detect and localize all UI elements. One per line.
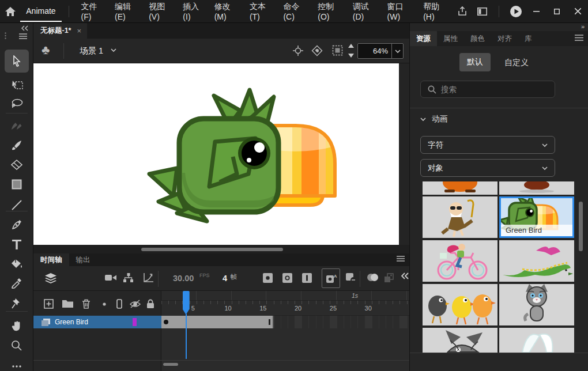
layer-frame-strip[interactable] xyxy=(161,316,409,328)
asset-thumb-bicycle-girl[interactable] xyxy=(423,240,497,282)
hand-tool[interactable] xyxy=(0,317,33,335)
tab-color[interactable]: 颜色 xyxy=(464,31,491,46)
current-frame-value[interactable]: 4 xyxy=(223,274,227,283)
fluid-brush-tool[interactable] xyxy=(0,116,33,135)
collapse-timeline-icon[interactable] xyxy=(401,272,409,279)
asset-thumb-partial-1[interactable] xyxy=(423,181,497,195)
menu-edit[interactable]: 编辑(E) xyxy=(110,0,144,23)
layer-row-green-bird[interactable]: Green Bird xyxy=(33,316,161,328)
asset-thumb-old-man[interactable] xyxy=(423,196,497,238)
menu-debug[interactable]: 调试(D) xyxy=(348,0,382,23)
insert-blank-keyframe-icon[interactable] xyxy=(282,273,292,283)
frame-span[interactable] xyxy=(161,316,274,328)
assets-scrollbar-thumb[interactable] xyxy=(579,202,583,251)
workspace-icon[interactable] xyxy=(472,0,492,23)
highlight-dot-icon[interactable] xyxy=(103,302,106,306)
paint-bucket-tool[interactable] xyxy=(0,255,33,273)
camera-icon[interactable] xyxy=(105,273,116,282)
asset-thumb-partial-2[interactable] xyxy=(499,181,574,195)
asset-thumb-green-bird[interactable]: Green Bird xyxy=(499,196,574,238)
tab-output[interactable]: 输出 xyxy=(69,253,97,266)
hide-layers-eye-icon[interactable] xyxy=(129,299,141,309)
test-movie-play-icon[interactable] xyxy=(506,0,526,23)
panel-menu-icon[interactable] xyxy=(575,35,583,41)
paint-brush-tool[interactable] xyxy=(0,136,33,154)
search-input[interactable] xyxy=(441,85,539,94)
insert-frame-icon[interactable] xyxy=(302,273,312,283)
eyedropper-tool[interactable] xyxy=(0,274,33,293)
tools-menu-icon[interactable] xyxy=(19,33,27,39)
menu-file[interactable]: 文件(F) xyxy=(76,0,110,23)
timeline-frame-ruler[interactable]: 5 10 15 20 25 30 xyxy=(161,301,409,316)
search-box[interactable] xyxy=(420,81,555,98)
menu-text[interactable]: 文本(T) xyxy=(244,0,278,23)
document-tab[interactable]: 无标题-1* × xyxy=(33,23,87,39)
edit-symbols-clover-icon[interactable]: ♣ xyxy=(42,43,50,58)
rectangle-tool[interactable] xyxy=(0,175,33,194)
zoom-dropdown-icon[interactable] xyxy=(391,44,403,58)
asset-warp-pin-tool[interactable] xyxy=(0,294,33,312)
menu-insert[interactable]: 插入(I) xyxy=(178,0,209,23)
menu-commands[interactable]: 命令(C) xyxy=(278,0,312,23)
outline-view-icon[interactable] xyxy=(116,299,122,309)
text-tool[interactable] xyxy=(0,235,33,253)
zoom-tool[interactable] xyxy=(0,336,33,355)
stage-horizontal-scrollbar[interactable] xyxy=(33,245,409,253)
paste-frames-icon[interactable] xyxy=(384,273,394,283)
close-document-icon[interactable]: × xyxy=(77,26,81,35)
close-button[interactable] xyxy=(567,0,588,23)
line-tool[interactable] xyxy=(0,196,33,214)
collapse-panel-icon[interactable]: » xyxy=(581,23,585,30)
insert-keyframe-icon[interactable] xyxy=(263,273,273,283)
tab-properties[interactable]: 属性 xyxy=(437,31,464,46)
stage-canvas[interactable] xyxy=(33,63,399,245)
maximize-button[interactable] xyxy=(546,0,567,23)
zoom-stepper[interactable] xyxy=(348,43,355,58)
home-icon[interactable] xyxy=(0,0,20,23)
asset-thumb-cat[interactable] xyxy=(499,284,574,325)
scrollbar-thumb[interactable] xyxy=(141,248,283,251)
graph-editor-icon[interactable] xyxy=(143,273,153,283)
timeline-frames-area[interactable]: 1s 5 10 15 20 25 30 xyxy=(161,291,409,371)
pen-tool[interactable] xyxy=(0,215,33,234)
remove-frame-icon[interactable] xyxy=(346,273,357,283)
parenting-view-icon[interactable] xyxy=(123,273,134,283)
app-name[interactable]: Animate xyxy=(20,6,61,22)
timeline-menu-icon[interactable] xyxy=(397,256,405,262)
layer-color-swatch[interactable] xyxy=(133,318,137,326)
keyframe-dot[interactable] xyxy=(164,320,168,324)
selection-tool[interactable] xyxy=(5,50,29,73)
zoom-level-dropdown[interactable]: 64% xyxy=(357,43,404,59)
mode-custom-button[interactable]: 自定义 xyxy=(504,58,529,68)
new-layer-icon[interactable] xyxy=(44,299,54,309)
asset-thumb-dragon[interactable] xyxy=(499,240,574,282)
section-animation[interactable]: 动画 xyxy=(420,114,448,124)
lasso-tool[interactable] xyxy=(0,94,33,113)
subselection-tool[interactable] xyxy=(0,76,33,94)
tab-timeline[interactable]: 时间轴 xyxy=(33,253,69,266)
menu-control[interactable]: 控制(O) xyxy=(312,0,348,23)
more-tools-icon[interactable] xyxy=(0,357,33,371)
clip-content-icon[interactable] xyxy=(332,45,343,56)
asset-thumb-partial-rabbit[interactable] xyxy=(499,328,574,353)
asset-thumb-chicks[interactable] xyxy=(423,284,497,325)
tab-assets[interactable]: 资源 xyxy=(410,31,437,46)
layers-icon[interactable] xyxy=(45,273,56,284)
auto-keyframe-icon[interactable]: A xyxy=(326,273,337,283)
delete-layer-icon[interactable] xyxy=(82,299,91,309)
new-folder-icon[interactable] xyxy=(62,299,73,308)
menu-help[interactable]: 帮助(H) xyxy=(418,0,453,23)
minimize-button[interactable] xyxy=(526,0,546,23)
menu-view[interactable]: 视图(V) xyxy=(144,0,178,23)
eraser-tool[interactable] xyxy=(0,156,33,174)
fps-value[interactable]: 30.00 xyxy=(173,274,194,283)
asset-thumb-partial-cat[interactable] xyxy=(423,328,497,353)
collapse-tools-icon[interactable] xyxy=(21,25,28,31)
character-filter-dropdown[interactable]: 字符 xyxy=(420,136,555,154)
timeline-scroll-thumb[interactable] xyxy=(163,363,178,366)
rotate-stage-icon[interactable] xyxy=(311,45,323,56)
object-filter-dropdown[interactable]: 对象 xyxy=(420,159,555,177)
menu-window[interactable]: 窗口(W) xyxy=(382,0,419,23)
lock-layers-icon[interactable] xyxy=(146,299,154,309)
scene-dropdown-icon[interactable] xyxy=(111,48,116,52)
